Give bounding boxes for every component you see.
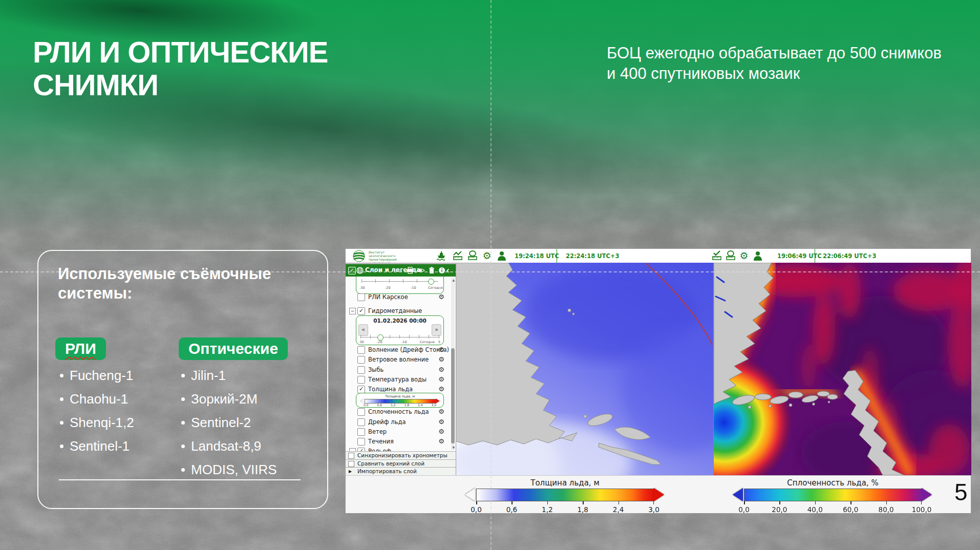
card-underline <box>59 479 301 480</box>
layer-row[interactable]: Сплоченность льда ⚙ <box>346 407 456 416</box>
layer-checkbox[interactable] <box>357 346 365 354</box>
layer-settings-gear-icon[interactable]: ⚙ <box>438 366 444 373</box>
list-item: Landsat-8,9 <box>191 439 277 453</box>
layer-settings-gear-icon[interactable]: ⚙ <box>438 408 444 415</box>
layer-checkbox[interactable] <box>357 293 365 301</box>
layers-panel-titlebar[interactable]: ✓ Слои и легенда <box>346 264 456 277</box>
legend-right-arrow-icon <box>436 398 440 404</box>
utc-time-left: 19:24:18 UTC <box>515 252 559 260</box>
layer-settings-gear-icon[interactable]: ⚙ <box>438 437 444 445</box>
systems-card: Используемые съёмочные системы: РЛИ Опти… <box>37 250 328 509</box>
legend-tick-label: 60,0 <box>843 505 858 514</box>
legend-tick-label: 3,0 <box>648 505 659 514</box>
import-layer-row[interactable]: ▶ Импортировать слой <box>346 467 456 475</box>
timeline-handle[interactable] <box>428 279 434 285</box>
list-item: Jilin-1 <box>191 369 277 382</box>
eye-icon[interactable] <box>417 266 425 274</box>
legend-tick-label: 80,0 <box>879 505 894 514</box>
timeline-label: Сегодня <box>428 286 443 290</box>
timeline-label: -20 <box>377 340 382 344</box>
layer-settings-gear-icon[interactable]: ⚙ <box>438 418 444 426</box>
legend-tick-label: 0,0 <box>738 505 749 514</box>
layer-settings-gear-icon[interactable]: ⚙ <box>438 385 444 393</box>
ice-thickness-colorbar <box>476 489 654 501</box>
globe-icon <box>356 266 364 274</box>
settings-gear-icon[interactable]: ⚙ <box>481 250 493 261</box>
badge-optical: Оптические <box>179 337 288 360</box>
info-icon[interactable] <box>438 266 446 274</box>
vessel-icon[interactable] <box>435 250 448 261</box>
collapse-panel-icon[interactable]: ‹ <box>446 265 450 276</box>
layer-checkbox[interactable] <box>357 408 365 416</box>
settings-gear-icon[interactable]: ⚙ <box>738 250 750 261</box>
page-number: 5 <box>954 478 968 506</box>
layer-row[interactable]: Дрейф льда ⚙ <box>346 417 456 427</box>
chart-measure-icon[interactable] <box>452 250 464 261</box>
scroll-up-icon[interactable]: ▲ <box>452 278 455 282</box>
layer-group-hydromet[interactable]: − ✓ Гидрометданные <box>346 306 456 315</box>
upper-layer-timeline[interactable]: -30 -20 -10 Сегодня <box>356 277 444 294</box>
sync-checkbox[interactable] <box>348 453 354 459</box>
legend-tick-label: 1,2 <box>542 505 552 514</box>
layer-checkbox[interactable] <box>357 356 365 364</box>
systems-card-heading: Используемые съёмочные системы: <box>58 264 283 303</box>
legend-tick-label: 2,4 <box>613 505 624 514</box>
layer-settings-gear-icon[interactable]: ⚙ <box>438 428 444 435</box>
user-icon[interactable] <box>496 250 508 261</box>
sync-chronometers-row[interactable]: Синхронизировать хронометры <box>346 451 456 459</box>
user-icon[interactable] <box>752 250 764 261</box>
ice-concentration-colorbar <box>744 489 922 501</box>
layer-row[interactable]: Температура воды ⚙ <box>346 375 456 384</box>
layer-row[interactable]: Волнение (Дрейф Стокса) ⚙ <box>346 345 456 354</box>
legend-left-arrow-icon <box>465 488 475 501</box>
layer-row[interactable]: Ветер ⚙ <box>346 427 456 436</box>
timeline-label: -10 <box>401 340 407 344</box>
optical-satellite-list: Jilin-1 Зоркий-2М Sentinel-2 Landsat-8,9… <box>191 369 277 486</box>
header-separator <box>557 249 557 263</box>
layer-row[interactable]: Течения ⚙ <box>346 437 456 446</box>
layer-checkbox[interactable] <box>357 428 365 436</box>
scroll-down-icon[interactable]: ▼ <box>452 446 455 449</box>
collapse-group-box[interactable]: − <box>349 308 356 314</box>
print-icon[interactable] <box>406 266 414 274</box>
layer-checkbox[interactable]: ✓ <box>357 448 365 451</box>
layer-checkbox[interactable] <box>357 366 365 374</box>
legend-tick-label: 1,8 <box>577 505 588 514</box>
map-viewport-ice-concentration[interactable] <box>713 263 971 475</box>
prev-step-button[interactable]: « <box>358 324 368 336</box>
layer-settings-gear-icon[interactable]: ⚙ <box>438 293 444 301</box>
gis-app-window: Институт экологического проектирования и… <box>346 249 971 513</box>
layer-checkbox[interactable]: ✓ <box>357 386 365 393</box>
balloon-measure-icon[interactable] <box>725 250 737 261</box>
panel-scrollbar-thumb[interactable] <box>451 348 455 443</box>
layer-row-rli-karskoe[interactable]: РЛИ Карское ⚙ <box>346 292 456 302</box>
layer-row-cut[interactable]: − ✓ Рельеф <box>346 447 456 451</box>
balloon-measure-icon[interactable] <box>466 250 479 261</box>
layer-row[interactable]: Ветровое волнение ⚙ <box>346 355 456 364</box>
layer-row[interactable]: Зыбь ⚙ <box>346 365 456 374</box>
layer-settings-gear-icon[interactable]: ⚙ <box>438 346 444 353</box>
trash-icon[interactable] <box>428 266 436 274</box>
layer-checkbox[interactable] <box>357 376 365 384</box>
legend-tick-label: 0,6 <box>506 505 517 514</box>
layers-panel-footer: Синхронизировать хронометры Сравнить вер… <box>346 451 456 475</box>
layers-master-checkbox[interactable]: ✓ <box>348 267 356 274</box>
layer-settings-gear-icon[interactable]: ⚙ <box>438 355 444 363</box>
next-step-button[interactable]: » <box>432 324 441 336</box>
badge-rli: РЛИ <box>55 337 106 360</box>
legend-tick-label: 100,0 <box>912 505 932 514</box>
layer-checkbox[interactable] <box>357 418 365 426</box>
compare-top-layer-row[interactable]: Сравнить верхний слой <box>346 459 456 468</box>
layer-checkbox[interactable] <box>357 438 365 446</box>
list-item: Зоркий-2М <box>191 392 277 406</box>
layer-settings-gear-icon[interactable]: ⚙ <box>438 375 444 383</box>
list-item: Chaohu-1 <box>70 392 134 406</box>
list-item: MODIS, VIIRS <box>191 463 277 476</box>
layer-checkbox[interactable]: ✓ <box>357 307 365 315</box>
compare-checkbox[interactable] <box>348 461 354 467</box>
slide-subtitle: БОЦ ежегодно обрабатывает до 500 снимков… <box>607 43 942 84</box>
check-measure-icon[interactable] <box>711 250 723 261</box>
badge-optical-label: Оптические <box>188 340 278 357</box>
expand-triangle-icon: ▶ <box>349 469 352 474</box>
timeline-label: Сегодня <box>420 340 435 344</box>
